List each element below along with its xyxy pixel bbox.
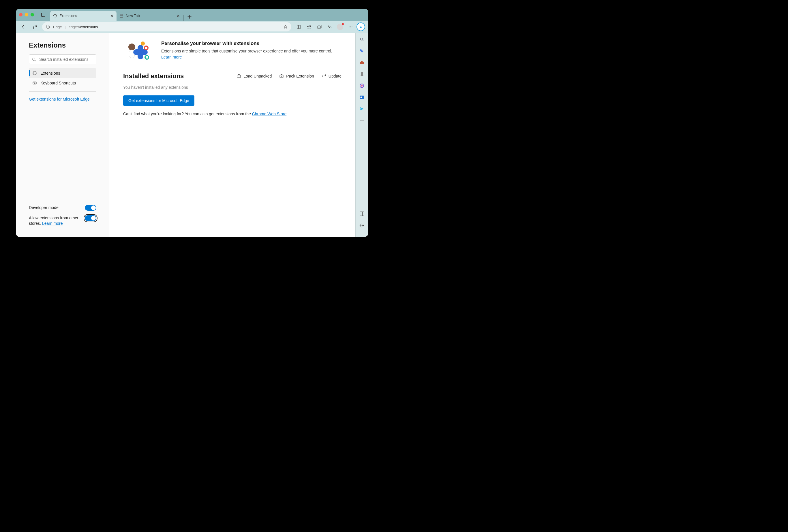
sidebar-tools-icon[interactable] [359, 60, 365, 65]
developer-mode-row: Developer mode [29, 205, 96, 211]
sidebar-games-icon[interactable] [359, 71, 365, 77]
svg-point-27 [360, 38, 362, 40]
back-button[interactable] [19, 22, 28, 31]
nav-item-keyboard-shortcuts[interactable]: Keyboard Shortcuts [29, 78, 96, 88]
get-extensions-button[interactable]: Get extensions for Microsoft Edge [123, 96, 194, 106]
developer-mode-toggle[interactable] [85, 205, 96, 211]
tabs-container: Extensions ✕ New Tab ✕ [50, 9, 194, 21]
pack-extension-button[interactable]: Pack Extension [279, 74, 314, 78]
more-menu-button[interactable] [346, 22, 355, 31]
svg-point-38 [361, 225, 362, 226]
performance-button[interactable] [326, 22, 334, 31]
svg-point-31 [361, 72, 362, 73]
window-maximize-button[interactable] [31, 13, 34, 16]
hero-description: Extensions are simple tools that customi… [161, 48, 341, 60]
get-extensions-link[interactable]: Get extensions for Microsoft Edge [29, 97, 96, 101]
sidebar-outlook-icon[interactable] [359, 94, 365, 100]
search-input[interactable] [39, 57, 93, 62]
svg-point-16 [35, 82, 35, 83]
address-bar[interactable]: Edge | edge://extensions [42, 22, 291, 32]
allow-other-stores-label: Allow extensions from other stores. Lear… [29, 215, 81, 226]
svg-rect-13 [33, 82, 36, 84]
svg-rect-25 [237, 75, 240, 78]
favorite-star-icon[interactable] [283, 24, 288, 29]
collections-button[interactable] [315, 22, 323, 31]
tab-close-button[interactable]: ✕ [177, 14, 180, 18]
load-unpacked-button[interactable]: Load Unpacked [237, 74, 272, 78]
learn-more-link[interactable]: Learn more [42, 221, 63, 226]
toolbar-actions [294, 22, 365, 31]
svg-point-14 [34, 82, 34, 83]
sidebar-shopping-icon[interactable] [359, 48, 365, 54]
page-icon [119, 14, 123, 18]
tab-extensions[interactable]: Extensions ✕ [50, 11, 117, 21]
update-button[interactable]: Update [321, 74, 341, 78]
svg-point-8 [349, 26, 349, 27]
bing-button[interactable] [356, 22, 365, 31]
hero-title: Personalise your browser with extensions [161, 41, 341, 46]
edge-logo-icon [45, 24, 50, 29]
tab-label: Extensions [59, 14, 77, 18]
installed-header: Installed extensions Load Unpacked Pack … [123, 72, 341, 80]
footer-text: Can't find what you're looking for? You … [123, 111, 341, 116]
hero-text: Personalise your browser with extensions… [161, 41, 341, 64]
favorites-button[interactable] [304, 22, 313, 31]
sidebar-panel-toggle[interactable] [359, 211, 365, 217]
allow-other-stores-row: Allow extensions from other stores. Lear… [29, 215, 96, 226]
sidebar-settings-icon[interactable] [359, 223, 365, 228]
sidebar-send-icon[interactable] [359, 106, 365, 111]
sidebar-office-icon[interactable] [359, 83, 365, 88]
hero-learn-more-link[interactable]: Learn more [161, 55, 182, 59]
tab-overview-button[interactable] [39, 11, 47, 19]
window-controls [19, 13, 34, 16]
svg-point-15 [34, 82, 35, 83]
nav-item-extensions[interactable]: Extensions [29, 68, 96, 78]
svg-rect-21 [145, 47, 147, 49]
empty-message: You haven't installed any extensions [123, 85, 341, 90]
svg-rect-2 [120, 15, 123, 18]
svg-point-10 [352, 26, 352, 27]
content-area: Extensions Extensions Keyboard Shortcuts [16, 33, 368, 237]
profile-button[interactable] [336, 22, 344, 31]
svg-rect-24 [146, 56, 148, 59]
sidebar-search-icon[interactable] [359, 37, 365, 42]
update-icon [321, 74, 326, 78]
nav-item-label: Keyboard Shortcuts [40, 81, 76, 85]
action-label: Pack Extension [286, 74, 314, 78]
refresh-button[interactable] [31, 22, 39, 31]
allow-other-stores-toggle[interactable] [85, 215, 96, 221]
tab-strip: Extensions ✕ New Tab ✕ [16, 9, 368, 21]
svg-rect-29 [360, 62, 364, 64]
svg-rect-1 [41, 13, 43, 16]
tab-close-button[interactable]: ✕ [110, 14, 114, 18]
new-tab-button[interactable] [185, 13, 194, 21]
tab-label: New Tab [126, 14, 140, 18]
svg-rect-30 [361, 61, 363, 62]
right-sidebar [355, 33, 368, 237]
chrome-web-store-link[interactable]: Chrome Web Store [252, 111, 287, 116]
action-label: Update [329, 74, 341, 78]
tab-new-tab[interactable]: New Tab ✕ [117, 11, 183, 21]
nav-list: Extensions Keyboard Shortcuts [29, 68, 96, 88]
reading-list-button[interactable] [294, 22, 303, 31]
window-minimize-button[interactable] [25, 13, 28, 16]
nav-item-label: Extensions [40, 71, 60, 76]
svg-line-28 [362, 40, 363, 41]
svg-point-9 [350, 26, 351, 27]
installed-heading: Installed extensions [123, 72, 184, 80]
svg-rect-0 [41, 13, 45, 16]
url-text: edge://extensions [68, 25, 98, 29]
page-body: Extensions Extensions Keyboard Shortcuts [16, 33, 355, 237]
keyboard-icon [32, 81, 37, 85]
extension-icon [53, 14, 57, 18]
search-box[interactable] [29, 55, 96, 64]
svg-rect-36 [360, 212, 364, 216]
left-panel: Extensions Extensions Keyboard Shortcuts [16, 33, 109, 237]
load-icon [237, 74, 241, 78]
svg-point-33 [361, 85, 363, 86]
sidebar-add-button[interactable] [359, 117, 365, 123]
hero-illustration [123, 41, 155, 64]
extension-icon [32, 71, 37, 76]
pack-icon [279, 74, 284, 78]
window-close-button[interactable] [19, 13, 22, 16]
